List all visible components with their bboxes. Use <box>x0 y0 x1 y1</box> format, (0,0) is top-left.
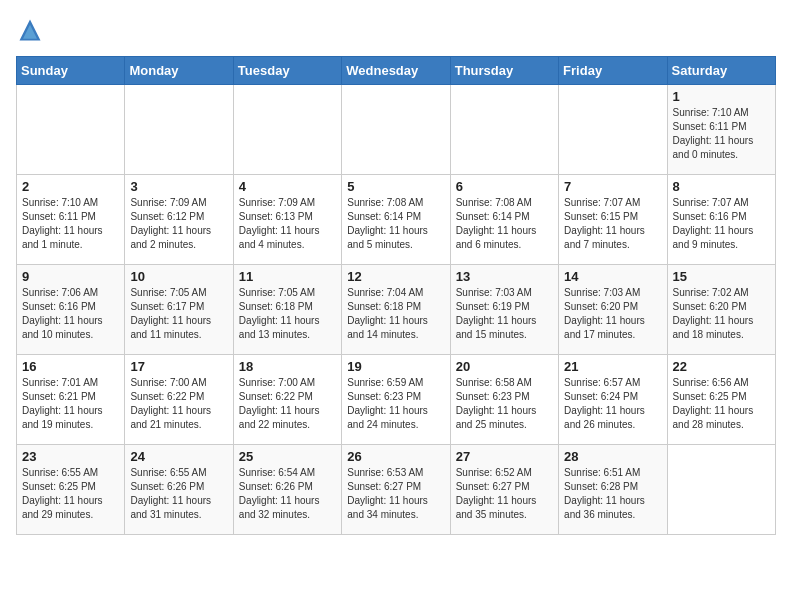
day-info: Sunrise: 7:08 AM Sunset: 6:14 PM Dayligh… <box>456 196 553 252</box>
day-info: Sunrise: 7:04 AM Sunset: 6:18 PM Dayligh… <box>347 286 444 342</box>
day-header-monday: Monday <box>125 57 233 85</box>
day-info: Sunrise: 6:55 AM Sunset: 6:25 PM Dayligh… <box>22 466 119 522</box>
day-info: Sunrise: 6:57 AM Sunset: 6:24 PM Dayligh… <box>564 376 661 432</box>
cal-cell: 12Sunrise: 7:04 AM Sunset: 6:18 PM Dayli… <box>342 265 450 355</box>
day-info: Sunrise: 7:00 AM Sunset: 6:22 PM Dayligh… <box>239 376 336 432</box>
week-row-4: 23Sunrise: 6:55 AM Sunset: 6:25 PM Dayli… <box>17 445 776 535</box>
cal-cell: 5Sunrise: 7:08 AM Sunset: 6:14 PM Daylig… <box>342 175 450 265</box>
day-number: 12 <box>347 269 444 284</box>
cal-cell: 23Sunrise: 6:55 AM Sunset: 6:25 PM Dayli… <box>17 445 125 535</box>
day-number: 18 <box>239 359 336 374</box>
day-header-saturday: Saturday <box>667 57 775 85</box>
calendar-table: SundayMondayTuesdayWednesdayThursdayFrid… <box>16 56 776 535</box>
day-number: 17 <box>130 359 227 374</box>
day-info: Sunrise: 6:56 AM Sunset: 6:25 PM Dayligh… <box>673 376 770 432</box>
day-info: Sunrise: 7:07 AM Sunset: 6:15 PM Dayligh… <box>564 196 661 252</box>
week-row-2: 9Sunrise: 7:06 AM Sunset: 6:16 PM Daylig… <box>17 265 776 355</box>
day-info: Sunrise: 7:05 AM Sunset: 6:17 PM Dayligh… <box>130 286 227 342</box>
day-number: 4 <box>239 179 336 194</box>
cal-cell: 1Sunrise: 7:10 AM Sunset: 6:11 PM Daylig… <box>667 85 775 175</box>
day-number: 15 <box>673 269 770 284</box>
cal-cell: 25Sunrise: 6:54 AM Sunset: 6:26 PM Dayli… <box>233 445 341 535</box>
cal-cell: 10Sunrise: 7:05 AM Sunset: 6:17 PM Dayli… <box>125 265 233 355</box>
cal-cell: 6Sunrise: 7:08 AM Sunset: 6:14 PM Daylig… <box>450 175 558 265</box>
day-number: 28 <box>564 449 661 464</box>
cal-cell: 26Sunrise: 6:53 AM Sunset: 6:27 PM Dayli… <box>342 445 450 535</box>
day-number: 8 <box>673 179 770 194</box>
cal-cell <box>342 85 450 175</box>
day-info: Sunrise: 7:00 AM Sunset: 6:22 PM Dayligh… <box>130 376 227 432</box>
logo-icon <box>16 16 44 44</box>
day-info: Sunrise: 7:03 AM Sunset: 6:19 PM Dayligh… <box>456 286 553 342</box>
cal-cell: 27Sunrise: 6:52 AM Sunset: 6:27 PM Dayli… <box>450 445 558 535</box>
cal-cell: 13Sunrise: 7:03 AM Sunset: 6:19 PM Dayli… <box>450 265 558 355</box>
day-number: 25 <box>239 449 336 464</box>
cal-cell: 28Sunrise: 6:51 AM Sunset: 6:28 PM Dayli… <box>559 445 667 535</box>
day-info: Sunrise: 7:01 AM Sunset: 6:21 PM Dayligh… <box>22 376 119 432</box>
cal-cell <box>667 445 775 535</box>
day-info: Sunrise: 7:07 AM Sunset: 6:16 PM Dayligh… <box>673 196 770 252</box>
day-info: Sunrise: 7:10 AM Sunset: 6:11 PM Dayligh… <box>673 106 770 162</box>
day-info: Sunrise: 6:55 AM Sunset: 6:26 PM Dayligh… <box>130 466 227 522</box>
logo <box>16 16 48 44</box>
cal-cell: 22Sunrise: 6:56 AM Sunset: 6:25 PM Dayli… <box>667 355 775 445</box>
day-number: 16 <box>22 359 119 374</box>
week-row-3: 16Sunrise: 7:01 AM Sunset: 6:21 PM Dayli… <box>17 355 776 445</box>
day-number: 3 <box>130 179 227 194</box>
day-number: 5 <box>347 179 444 194</box>
day-info: Sunrise: 6:59 AM Sunset: 6:23 PM Dayligh… <box>347 376 444 432</box>
cal-cell: 19Sunrise: 6:59 AM Sunset: 6:23 PM Dayli… <box>342 355 450 445</box>
day-number: 23 <box>22 449 119 464</box>
day-number: 1 <box>673 89 770 104</box>
day-number: 20 <box>456 359 553 374</box>
days-header-row: SundayMondayTuesdayWednesdayThursdayFrid… <box>17 57 776 85</box>
cal-cell: 24Sunrise: 6:55 AM Sunset: 6:26 PM Dayli… <box>125 445 233 535</box>
day-info: Sunrise: 6:51 AM Sunset: 6:28 PM Dayligh… <box>564 466 661 522</box>
week-row-1: 2Sunrise: 7:10 AM Sunset: 6:11 PM Daylig… <box>17 175 776 265</box>
day-number: 9 <box>22 269 119 284</box>
cal-cell <box>450 85 558 175</box>
day-number: 7 <box>564 179 661 194</box>
day-number: 22 <box>673 359 770 374</box>
week-row-0: 1Sunrise: 7:10 AM Sunset: 6:11 PM Daylig… <box>17 85 776 175</box>
cal-cell: 7Sunrise: 7:07 AM Sunset: 6:15 PM Daylig… <box>559 175 667 265</box>
day-info: Sunrise: 7:09 AM Sunset: 6:13 PM Dayligh… <box>239 196 336 252</box>
day-info: Sunrise: 6:58 AM Sunset: 6:23 PM Dayligh… <box>456 376 553 432</box>
page-header <box>16 16 776 44</box>
day-info: Sunrise: 7:02 AM Sunset: 6:20 PM Dayligh… <box>673 286 770 342</box>
day-info: Sunrise: 7:10 AM Sunset: 6:11 PM Dayligh… <box>22 196 119 252</box>
day-header-thursday: Thursday <box>450 57 558 85</box>
day-number: 14 <box>564 269 661 284</box>
day-info: Sunrise: 7:08 AM Sunset: 6:14 PM Dayligh… <box>347 196 444 252</box>
day-info: Sunrise: 6:52 AM Sunset: 6:27 PM Dayligh… <box>456 466 553 522</box>
day-number: 13 <box>456 269 553 284</box>
day-info: Sunrise: 6:53 AM Sunset: 6:27 PM Dayligh… <box>347 466 444 522</box>
day-header-wednesday: Wednesday <box>342 57 450 85</box>
cal-cell <box>17 85 125 175</box>
cal-cell: 15Sunrise: 7:02 AM Sunset: 6:20 PM Dayli… <box>667 265 775 355</box>
cal-cell: 9Sunrise: 7:06 AM Sunset: 6:16 PM Daylig… <box>17 265 125 355</box>
day-info: Sunrise: 7:05 AM Sunset: 6:18 PM Dayligh… <box>239 286 336 342</box>
day-header-friday: Friday <box>559 57 667 85</box>
day-number: 26 <box>347 449 444 464</box>
cal-cell: 16Sunrise: 7:01 AM Sunset: 6:21 PM Dayli… <box>17 355 125 445</box>
cal-cell <box>559 85 667 175</box>
cal-cell <box>125 85 233 175</box>
cal-cell: 4Sunrise: 7:09 AM Sunset: 6:13 PM Daylig… <box>233 175 341 265</box>
day-number: 10 <box>130 269 227 284</box>
cal-cell: 20Sunrise: 6:58 AM Sunset: 6:23 PM Dayli… <box>450 355 558 445</box>
day-number: 6 <box>456 179 553 194</box>
cal-cell: 3Sunrise: 7:09 AM Sunset: 6:12 PM Daylig… <box>125 175 233 265</box>
day-info: Sunrise: 6:54 AM Sunset: 6:26 PM Dayligh… <box>239 466 336 522</box>
day-info: Sunrise: 7:03 AM Sunset: 6:20 PM Dayligh… <box>564 286 661 342</box>
day-number: 19 <box>347 359 444 374</box>
cal-cell: 2Sunrise: 7:10 AM Sunset: 6:11 PM Daylig… <box>17 175 125 265</box>
cal-cell: 18Sunrise: 7:00 AM Sunset: 6:22 PM Dayli… <box>233 355 341 445</box>
day-info: Sunrise: 7:06 AM Sunset: 6:16 PM Dayligh… <box>22 286 119 342</box>
day-number: 27 <box>456 449 553 464</box>
day-header-sunday: Sunday <box>17 57 125 85</box>
cal-cell: 11Sunrise: 7:05 AM Sunset: 6:18 PM Dayli… <box>233 265 341 355</box>
cal-cell: 17Sunrise: 7:00 AM Sunset: 6:22 PM Dayli… <box>125 355 233 445</box>
day-header-tuesday: Tuesday <box>233 57 341 85</box>
day-number: 2 <box>22 179 119 194</box>
